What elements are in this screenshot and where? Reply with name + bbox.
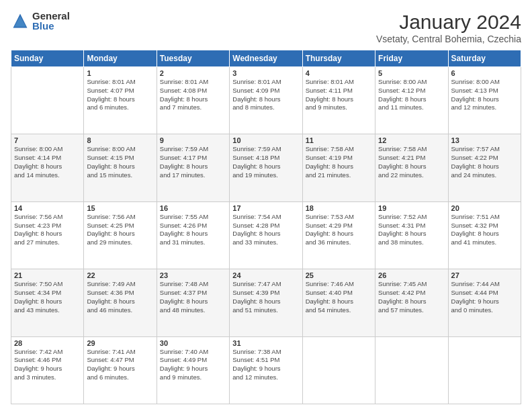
day-info-14: Sunrise: 7:56 AM Sunset: 4:23 PM Dayligh… xyxy=(14,213,81,247)
header-wednesday: Wednesday xyxy=(230,50,302,67)
cell-w3-d2: 23Sunrise: 7:48 AM Sunset: 4:37 PM Dayli… xyxy=(157,269,229,336)
day-number-4: 4 xyxy=(306,69,372,77)
cell-w0-d3: 3Sunrise: 8:01 AM Sunset: 4:09 PM Daylig… xyxy=(230,67,302,134)
cell-w4-d4 xyxy=(302,336,375,404)
day-number-10: 10 xyxy=(232,136,299,144)
day-info-29: Sunrise: 7:41 AM Sunset: 4:47 PM Dayligh… xyxy=(87,348,153,382)
header-thursday: Thursday xyxy=(302,50,375,67)
day-number-8: 8 xyxy=(87,136,153,144)
cell-w1-d1: 8Sunrise: 8:00 AM Sunset: 4:15 PM Daylig… xyxy=(84,134,157,201)
day-info-10: Sunrise: 7:59 AM Sunset: 4:18 PM Dayligh… xyxy=(232,145,299,179)
cell-w1-d5: 12Sunrise: 7:58 AM Sunset: 4:21 PM Dayli… xyxy=(375,134,448,201)
cell-w0-d0 xyxy=(11,67,84,134)
header-tuesday: Tuesday xyxy=(157,50,229,67)
page: General Blue January 2024 Vsetaty, Centr… xyxy=(0,0,532,411)
day-number-24: 24 xyxy=(232,271,299,279)
day-info-15: Sunrise: 7:56 AM Sunset: 4:25 PM Dayligh… xyxy=(87,213,153,247)
day-number-12: 12 xyxy=(378,136,445,144)
cell-w4-d1: 29Sunrise: 7:41 AM Sunset: 4:47 PM Dayli… xyxy=(84,336,157,404)
day-number-26: 26 xyxy=(378,271,445,279)
cell-w3-d5: 26Sunrise: 7:45 AM Sunset: 4:42 PM Dayli… xyxy=(375,269,448,336)
day-info-2: Sunrise: 8:01 AM Sunset: 4:08 PM Dayligh… xyxy=(160,78,226,112)
day-info-20: Sunrise: 7:51 AM Sunset: 4:32 PM Dayligh… xyxy=(451,213,518,247)
day-info-21: Sunrise: 7:50 AM Sunset: 4:34 PM Dayligh… xyxy=(14,280,81,314)
cell-w1-d6: 13Sunrise: 7:57 AM Sunset: 4:22 PM Dayli… xyxy=(448,134,521,201)
calendar-body: 1Sunrise: 8:01 AM Sunset: 4:07 PM Daylig… xyxy=(11,67,521,404)
cell-w3-d3: 24Sunrise: 7:47 AM Sunset: 4:39 PM Dayli… xyxy=(230,269,302,336)
header-monday: Monday xyxy=(84,50,157,67)
cell-w3-d6: 27Sunrise: 7:44 AM Sunset: 4:44 PM Dayli… xyxy=(448,269,521,336)
cell-w4-d5 xyxy=(375,336,448,404)
cell-w3-d4: 25Sunrise: 7:46 AM Sunset: 4:40 PM Dayli… xyxy=(302,269,375,336)
day-number-9: 9 xyxy=(160,136,226,144)
day-info-23: Sunrise: 7:48 AM Sunset: 4:37 PM Dayligh… xyxy=(160,280,226,314)
day-number-18: 18 xyxy=(306,204,372,212)
cell-w2-d5: 19Sunrise: 7:52 AM Sunset: 4:31 PM Dayli… xyxy=(375,201,448,269)
day-number-7: 7 xyxy=(14,136,81,144)
logo-text: General Blue xyxy=(32,11,70,31)
day-number-16: 16 xyxy=(160,204,226,212)
day-number-22: 22 xyxy=(87,271,153,279)
day-info-24: Sunrise: 7:47 AM Sunset: 4:39 PM Dayligh… xyxy=(232,280,299,314)
cell-w2-d1: 15Sunrise: 7:56 AM Sunset: 4:25 PM Dayli… xyxy=(84,201,157,269)
day-number-13: 13 xyxy=(451,136,518,144)
day-number-1: 1 xyxy=(87,69,153,77)
day-info-11: Sunrise: 7:58 AM Sunset: 4:19 PM Dayligh… xyxy=(306,145,372,179)
day-info-27: Sunrise: 7:44 AM Sunset: 4:44 PM Dayligh… xyxy=(451,280,518,314)
week-row-3: 21Sunrise: 7:50 AM Sunset: 4:34 PM Dayli… xyxy=(11,269,521,336)
day-number-5: 5 xyxy=(378,69,445,77)
day-number-3: 3 xyxy=(232,69,299,77)
day-info-18: Sunrise: 7:53 AM Sunset: 4:29 PM Dayligh… xyxy=(306,213,372,247)
cell-w2-d2: 16Sunrise: 7:55 AM Sunset: 4:26 PM Dayli… xyxy=(157,201,229,269)
cell-w2-d0: 14Sunrise: 7:56 AM Sunset: 4:23 PM Dayli… xyxy=(11,201,84,269)
title-block: January 2024 Vsetaty, Central Bohemia, C… xyxy=(376,11,521,44)
day-info-4: Sunrise: 8:01 AM Sunset: 4:11 PM Dayligh… xyxy=(306,78,372,112)
day-number-6: 6 xyxy=(451,69,518,77)
cell-w2-d3: 17Sunrise: 7:54 AM Sunset: 4:28 PM Dayli… xyxy=(230,201,302,269)
day-info-19: Sunrise: 7:52 AM Sunset: 4:31 PM Dayligh… xyxy=(378,213,445,247)
logo: General Blue xyxy=(11,11,70,31)
day-info-31: Sunrise: 7:38 AM Sunset: 4:51 PM Dayligh… xyxy=(232,348,299,382)
cell-w0-d1: 1Sunrise: 8:01 AM Sunset: 4:07 PM Daylig… xyxy=(84,67,157,134)
cell-w2-d6: 20Sunrise: 7:51 AM Sunset: 4:32 PM Dayli… xyxy=(448,201,521,269)
day-info-6: Sunrise: 8:00 AM Sunset: 4:13 PM Dayligh… xyxy=(451,78,518,112)
day-number-11: 11 xyxy=(306,136,372,144)
cell-w4-d0: 28Sunrise: 7:42 AM Sunset: 4:46 PM Dayli… xyxy=(11,336,84,404)
day-info-7: Sunrise: 8:00 AM Sunset: 4:14 PM Dayligh… xyxy=(14,145,81,179)
day-number-15: 15 xyxy=(87,204,153,212)
day-info-9: Sunrise: 7:59 AM Sunset: 4:17 PM Dayligh… xyxy=(160,145,226,179)
logo-general-text: General xyxy=(32,11,70,21)
day-info-8: Sunrise: 8:00 AM Sunset: 4:15 PM Dayligh… xyxy=(87,145,153,179)
day-number-25: 25 xyxy=(306,271,372,279)
cell-w4-d6 xyxy=(448,336,521,404)
day-number-19: 19 xyxy=(378,204,445,212)
header-saturday: Saturday xyxy=(448,50,521,67)
day-info-28: Sunrise: 7:42 AM Sunset: 4:46 PM Dayligh… xyxy=(14,348,81,382)
day-number-21: 21 xyxy=(14,271,81,279)
day-number-27: 27 xyxy=(451,271,518,279)
cell-w1-d0: 7Sunrise: 8:00 AM Sunset: 4:14 PM Daylig… xyxy=(11,134,84,201)
day-number-31: 31 xyxy=(232,339,299,347)
day-number-30: 30 xyxy=(160,339,226,347)
location-subtitle: Vsetaty, Central Bohemia, Czechia xyxy=(376,34,521,44)
cell-w3-d0: 21Sunrise: 7:50 AM Sunset: 4:34 PM Dayli… xyxy=(11,269,84,336)
day-info-30: Sunrise: 7:40 AM Sunset: 4:49 PM Dayligh… xyxy=(160,348,226,382)
cell-w4-d3: 31Sunrise: 7:38 AM Sunset: 4:51 PM Dayli… xyxy=(230,336,302,404)
cell-w0-d6: 6Sunrise: 8:00 AM Sunset: 4:13 PM Daylig… xyxy=(448,67,521,134)
day-info-13: Sunrise: 7:57 AM Sunset: 4:22 PM Dayligh… xyxy=(451,145,518,179)
day-info-5: Sunrise: 8:00 AM Sunset: 4:12 PM Dayligh… xyxy=(378,78,445,112)
cell-w0-d2: 2Sunrise: 8:01 AM Sunset: 4:08 PM Daylig… xyxy=(157,67,229,134)
header-sunday: Sunday xyxy=(11,50,84,67)
day-number-2: 2 xyxy=(160,69,226,77)
day-number-17: 17 xyxy=(232,204,299,212)
cell-w4-d2: 30Sunrise: 7:40 AM Sunset: 4:49 PM Dayli… xyxy=(157,336,229,404)
logo-blue-text: Blue xyxy=(32,21,70,31)
cell-w3-d1: 22Sunrise: 7:49 AM Sunset: 4:36 PM Dayli… xyxy=(84,269,157,336)
week-row-4: 28Sunrise: 7:42 AM Sunset: 4:46 PM Dayli… xyxy=(11,336,521,404)
header: General Blue January 2024 Vsetaty, Centr… xyxy=(11,11,521,44)
cell-w1-d4: 11Sunrise: 7:58 AM Sunset: 4:19 PM Dayli… xyxy=(302,134,375,201)
cell-w0-d4: 4Sunrise: 8:01 AM Sunset: 4:11 PM Daylig… xyxy=(302,67,375,134)
month-year-title: January 2024 xyxy=(376,11,521,34)
week-row-1: 7Sunrise: 8:00 AM Sunset: 4:14 PM Daylig… xyxy=(11,134,521,201)
day-info-17: Sunrise: 7:54 AM Sunset: 4:28 PM Dayligh… xyxy=(232,213,299,247)
